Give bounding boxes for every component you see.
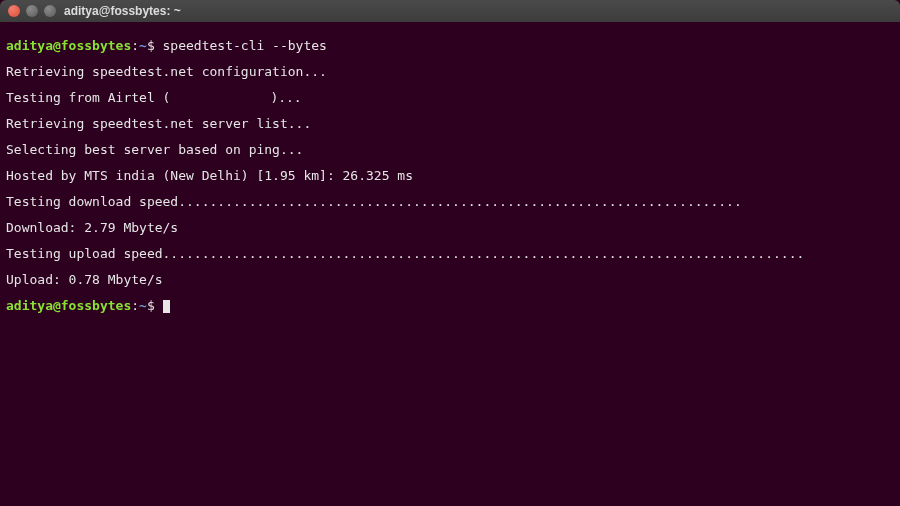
output-line: Retrieving speedtest.net server list... bbox=[6, 117, 894, 130]
output-line: Testing from Airtel ()... bbox=[6, 91, 894, 104]
output-line: Retrieving speedtest.net configuration..… bbox=[6, 65, 894, 78]
prompt-userhost: aditya@fossbytes bbox=[6, 298, 131, 313]
output-line: Testing download speed..................… bbox=[6, 195, 894, 208]
prompt-path: ~ bbox=[139, 298, 147, 313]
terminal-body[interactable]: aditya@fossbytes:~$ speedtest-cli --byte… bbox=[0, 22, 900, 330]
maximize-icon[interactable] bbox=[44, 5, 56, 17]
prompt-symbol: $ bbox=[147, 38, 155, 53]
output-line: Download: 2.79 Mbyte/s bbox=[6, 221, 894, 234]
output-line: Testing upload speed....................… bbox=[6, 247, 894, 260]
prompt-line-1: aditya@fossbytes:~$ speedtest-cli --byte… bbox=[6, 39, 894, 52]
cursor bbox=[163, 300, 170, 313]
window-title: aditya@fossbytes: ~ bbox=[64, 4, 181, 18]
prompt-userhost: aditya@fossbytes bbox=[6, 38, 131, 53]
titlebar[interactable]: aditya@fossbytes: ~ bbox=[0, 0, 900, 22]
prompt-symbol: $ bbox=[147, 298, 155, 313]
prompt-path: ~ bbox=[139, 38, 147, 53]
minimize-icon[interactable] bbox=[26, 5, 38, 17]
command-text: speedtest-cli --bytes bbox=[163, 38, 327, 53]
output-line: Hosted by MTS india (New Delhi) [1.95 km… bbox=[6, 169, 894, 182]
prompt-line-2: aditya@fossbytes:~$ bbox=[6, 299, 894, 313]
close-icon[interactable] bbox=[8, 5, 20, 17]
window-controls bbox=[8, 5, 56, 17]
output-line: Upload: 0.78 Mbyte/s bbox=[6, 273, 894, 286]
output-line: Selecting best server based on ping... bbox=[6, 143, 894, 156]
redacted-ip bbox=[170, 93, 270, 104]
